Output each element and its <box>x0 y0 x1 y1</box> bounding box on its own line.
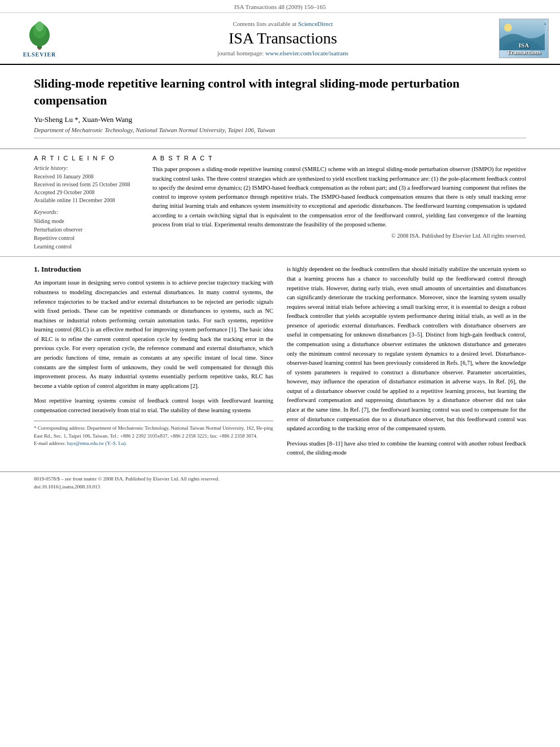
keywords-label: Keywords: <box>34 209 135 215</box>
elsevier-tree-icon <box>23 19 56 50</box>
email-link[interactable]: luys@ntnu.edu.tw (Y.-S. Lu). <box>67 440 126 446</box>
right-paragraph-2: Previous studies [8–11] have also tried … <box>287 439 526 458</box>
footnote-star: * Corresponding address: Department of M… <box>34 425 273 440</box>
issn-line: 0019-0578/$ – see front matter © 2008 IS… <box>34 475 526 483</box>
right-column: is highly dependent on the feedback cont… <box>287 265 526 464</box>
keyword-1: Sliding mode <box>34 217 135 225</box>
keyword-2: Perturbation observer <box>34 225 135 234</box>
title-divider <box>34 138 526 138</box>
revised-date: Received in revised form 25 October 2008 <box>34 181 135 189</box>
footnote-email: E-mail address: luys@ntnu.edu.tw (Y.-S. … <box>34 440 273 448</box>
available-date: Available online 11 December 2008 <box>34 196 135 204</box>
intro-heading: 1. Introduction <box>34 265 273 274</box>
contents-line: Contents lists available at ScienceDirec… <box>73 20 492 27</box>
received-date: Received 16 January 2008 <box>34 173 135 181</box>
sciencedirect-link[interactable]: ScienceDirect <box>298 20 333 27</box>
article-affiliation: Department of Mechatronic Technology, Na… <box>34 126 526 133</box>
intro-paragraph-2: Most repetitive learning systems consist… <box>34 396 273 415</box>
svg-point-3 <box>36 21 43 32</box>
journal-citation: ISA Transactions 48 (2009) 156–165 <box>234 3 326 10</box>
article-info-col: A R T I C L E I N F O Article history: R… <box>34 155 135 251</box>
homepage-link[interactable]: www.elsevier.com/locate/isatrans <box>265 50 348 56</box>
isa-logo-box: ISA ISA Transactions <box>499 19 549 58</box>
article-info-heading: A R T I C L E I N F O <box>34 155 135 161</box>
abstract-text: This paper proposes a sliding-mode repet… <box>152 165 526 229</box>
top-bar: ISA Transactions 48 (2009) 156–165 <box>0 0 560 13</box>
copyright-line: © 2008 ISA. Published by Elsevier Ltd. A… <box>152 233 526 239</box>
svg-point-7 <box>504 24 512 32</box>
article-title-section: Sliding-mode repetitive learning control… <box>0 65 560 149</box>
abstract-heading: A B S T R A C T <box>152 155 526 161</box>
journal-header: ELSEVIER Contents lists available at Sci… <box>0 13 560 65</box>
article-authors: Yu-Sheng Lu *, Xuan-Wen Wang <box>34 115 526 124</box>
keyword-4: Learning control <box>34 242 135 251</box>
journal-title: ISA Transactions <box>73 29 492 47</box>
keyword-3: Repetitive control <box>34 234 135 242</box>
elsevier-logo: ELSEVIER <box>11 19 68 58</box>
abstract-col: A B S T R A C T This paper proposes a sl… <box>152 155 526 251</box>
article-main-title: Sliding-mode repetitive learning control… <box>34 75 526 108</box>
intro-paragraph-1: An important issue in designing servo co… <box>34 278 273 391</box>
left-column: 1. Introduction An important issue in de… <box>34 265 273 464</box>
footnote-section: * Corresponding address: Department of M… <box>34 421 273 448</box>
isa-logo-area: ISA ISA Transactions <box>498 19 549 58</box>
journal-homepage: journal homepage: www.elsevier.com/locat… <box>73 50 492 56</box>
info-abstract-section: A R T I C L E I N F O Article history: R… <box>0 149 560 257</box>
doi-line: doi:10.1016/j.isatra.2008.10.013 <box>34 483 526 491</box>
journal-center: Contents lists available at ScienceDirec… <box>73 20 492 56</box>
right-paragraph-1: is highly dependent on the feedback cont… <box>287 265 526 433</box>
accepted-date: Accepted 29 October 2008 <box>34 189 135 196</box>
bottom-bar: 0019-0578/$ – see front matter © 2008 IS… <box>0 471 560 494</box>
main-content: 1. Introduction An important issue in de… <box>0 257 560 469</box>
elsevier-text: ELSEVIER <box>23 51 56 58</box>
svg-rect-4 <box>38 47 41 50</box>
history-label: Article history: <box>34 165 135 171</box>
